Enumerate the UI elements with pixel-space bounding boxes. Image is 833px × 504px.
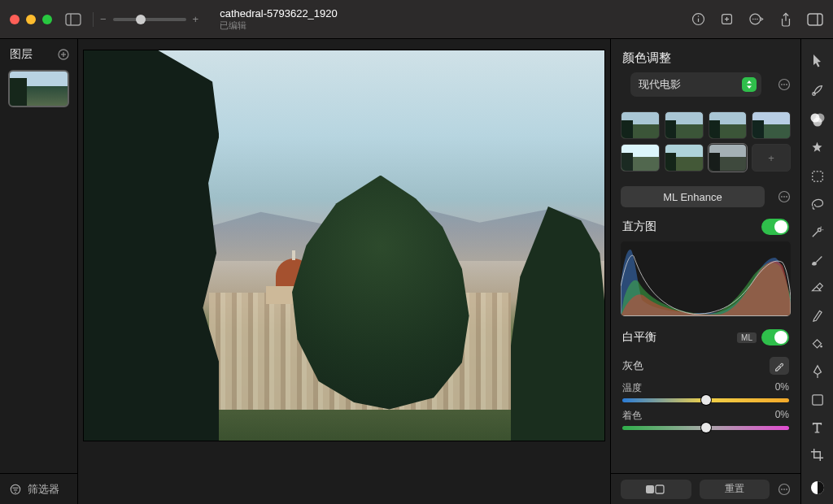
temperature-slider[interactable] xyxy=(622,398,789,402)
preset-thumb-selected[interactable] xyxy=(709,144,748,172)
text-tool-icon[interactable] xyxy=(811,421,823,433)
svg-line-45 xyxy=(821,227,822,228)
marquee-tool-icon[interactable] xyxy=(811,170,824,183)
info-icon[interactable] xyxy=(691,12,705,26)
svg-point-4 xyxy=(698,15,700,17)
histogram-title: 直方图 xyxy=(622,219,656,234)
preset-thumb[interactable] xyxy=(709,111,748,139)
preset-stepper-button[interactable] xyxy=(742,77,757,92)
canvas-area xyxy=(78,39,610,504)
shape-tool-icon[interactable] xyxy=(811,393,824,406)
preset-thumb[interactable] xyxy=(665,111,704,139)
svg-point-11 xyxy=(757,19,758,20)
window-controls xyxy=(10,15,52,24)
svg-rect-13 xyxy=(808,14,822,25)
crop-tool-icon[interactable] xyxy=(810,448,824,462)
white-balance-title: 白平衡 xyxy=(622,330,656,345)
tint-label: 着色 xyxy=(622,409,642,423)
footer-more-icon[interactable] xyxy=(778,483,791,496)
layers-title: 图层 xyxy=(10,47,33,62)
ml-enhance-button[interactable]: ML Enhance xyxy=(621,186,765,207)
canvas-image[interactable] xyxy=(84,50,604,441)
svg-line-44 xyxy=(813,232,818,237)
svg-point-27 xyxy=(786,84,787,85)
histogram-display xyxy=(621,241,791,316)
effects-tool-icon[interactable] xyxy=(810,141,824,155)
preset-name[interactable]: 现代电影 xyxy=(639,77,735,92)
magic-wand-tool-icon[interactable] xyxy=(810,225,824,239)
preset-thumb[interactable] xyxy=(665,144,704,172)
svg-marker-22 xyxy=(747,80,752,84)
svg-point-36 xyxy=(783,489,785,490)
ml-badge[interactable]: ML xyxy=(737,332,757,343)
svg-point-31 xyxy=(786,196,787,198)
svg-line-47 xyxy=(816,257,822,263)
ml-more-icon[interactable] xyxy=(778,190,791,203)
minimize-window-button[interactable] xyxy=(26,15,36,24)
add-preset-button[interactable]: + xyxy=(752,144,791,172)
tint-value: 0% xyxy=(775,409,789,423)
filename-label: cathedral-5793622_1920 xyxy=(220,8,338,20)
tint-slider[interactable] xyxy=(622,426,789,430)
preset-thumb[interactable] xyxy=(621,111,660,139)
tint-slider-row: 着色 0% xyxy=(611,404,800,432)
preset-thumb[interactable] xyxy=(752,111,791,139)
pointer-tool-icon[interactable] xyxy=(811,54,824,68)
lasso-tool-icon[interactable] xyxy=(810,198,825,211)
svg-rect-0 xyxy=(66,14,81,25)
compare-button[interactable] xyxy=(621,480,691,499)
add-layer-button[interactable] xyxy=(58,49,69,60)
close-window-button[interactable] xyxy=(10,15,20,24)
eyedropper-button[interactable] xyxy=(770,357,789,375)
temperature-value: 0% xyxy=(775,381,789,395)
svg-rect-50 xyxy=(812,395,822,405)
svg-rect-42 xyxy=(812,172,822,181)
svg-rect-32 xyxy=(646,485,654,493)
pencil-tool-icon[interactable] xyxy=(811,308,824,322)
inspector-toggle-icon[interactable] xyxy=(807,13,823,26)
histogram-toggle[interactable] xyxy=(761,219,789,235)
tool-rail xyxy=(800,39,833,504)
preset-thumb[interactable] xyxy=(621,144,660,172)
preset-grid: + xyxy=(621,111,791,172)
svg-point-35 xyxy=(781,489,783,490)
layers-footer[interactable]: 筛选器 xyxy=(0,473,77,504)
layer-thumbnail[interactable] xyxy=(8,70,69,107)
toggle-sidebar-button[interactable] xyxy=(65,13,81,26)
edited-label: 已编辑 xyxy=(220,20,338,31)
share-icon[interactable] xyxy=(779,12,792,27)
svg-point-10 xyxy=(755,19,757,20)
svg-rect-33 xyxy=(656,485,664,493)
reset-button[interactable]: 重置 xyxy=(700,480,770,499)
svg-point-38 xyxy=(812,93,815,96)
svg-marker-23 xyxy=(747,86,752,89)
color-well-icon[interactable] xyxy=(809,480,826,496)
color-adjust-tool-icon[interactable] xyxy=(809,112,826,127)
layers-panel: 图层 筛选器 xyxy=(0,39,78,504)
fill-tool-icon[interactable] xyxy=(810,337,824,350)
brush-tool-icon[interactable] xyxy=(810,254,825,267)
svg-point-26 xyxy=(783,84,785,85)
inspector-footer: 重置 xyxy=(611,473,800,504)
add-icon[interactable] xyxy=(720,12,734,26)
svg-point-29 xyxy=(781,196,783,198)
zoom-in-button[interactable]: + xyxy=(193,13,199,25)
gray-label: 灰色 xyxy=(622,358,643,373)
document-title: cathedral-5793622_1920 已编辑 xyxy=(220,8,338,31)
styles-tool-icon[interactable] xyxy=(810,83,825,98)
filter-label: 筛选器 xyxy=(28,482,59,497)
temperature-label: 温度 xyxy=(622,381,642,395)
more-icon[interactable] xyxy=(748,12,765,26)
svg-point-48 xyxy=(820,345,822,348)
color-adjust-inspector: 颜色调整 现代电影 + ML Enhance xyxy=(610,39,800,504)
eraser-tool-icon[interactable] xyxy=(810,281,824,293)
temperature-slider-row: 温度 0% xyxy=(611,376,800,404)
fullscreen-window-button[interactable] xyxy=(42,15,52,24)
zoom-out-button[interactable]: − xyxy=(100,13,107,25)
pen-tool-icon[interactable] xyxy=(811,364,824,379)
white-balance-toggle[interactable] xyxy=(761,329,789,345)
preset-more-icon[interactable] xyxy=(778,78,791,91)
svg-point-25 xyxy=(781,84,783,85)
svg-point-30 xyxy=(783,196,785,198)
zoom-slider[interactable] xyxy=(113,18,186,21)
